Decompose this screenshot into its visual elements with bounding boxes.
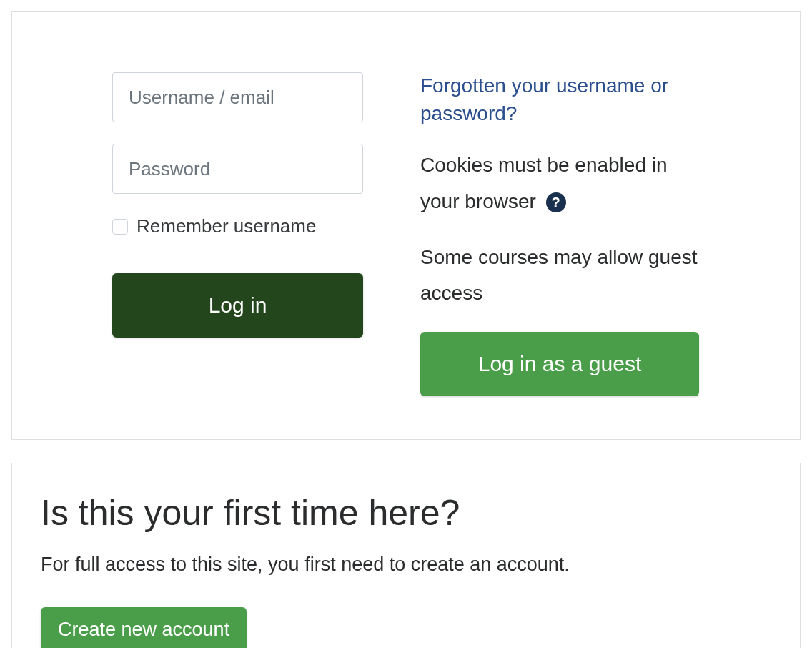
- login-info-column: Forgotten your username or password? Coo…: [406, 72, 771, 396]
- create-account-button[interactable]: Create new account: [41, 607, 247, 648]
- help-icon[interactable]: ?: [546, 192, 566, 212]
- forgot-password-link[interactable]: Forgotten your username or password?: [420, 72, 700, 127]
- remember-username-checkbox[interactable]: [112, 219, 128, 235]
- login-button[interactable]: Log in: [112, 273, 363, 338]
- password-field[interactable]: [112, 144, 363, 194]
- guest-login-button[interactable]: Log in as a guest: [420, 332, 699, 396]
- signup-text: For full access to this site, you first …: [41, 554, 771, 576]
- login-form-column: Remember username Log in: [41, 72, 406, 396]
- guest-access-text: Some courses may allow guest access: [420, 240, 700, 312]
- signup-card: Is this your first time here? For full a…: [11, 463, 801, 648]
- signup-heading: Is this your first time here?: [41, 492, 771, 534]
- remember-username-wrap: Remember username: [112, 215, 363, 237]
- username-field[interactable]: [112, 72, 363, 122]
- cookies-notice-text: Cookies must be enabled in your browser: [420, 154, 668, 212]
- cookies-notice: Cookies must be enabled in your browser …: [420, 147, 700, 220]
- remember-username-label: Remember username: [137, 215, 316, 237]
- login-card: Remember username Log in Forgotten your …: [11, 11, 801, 440]
